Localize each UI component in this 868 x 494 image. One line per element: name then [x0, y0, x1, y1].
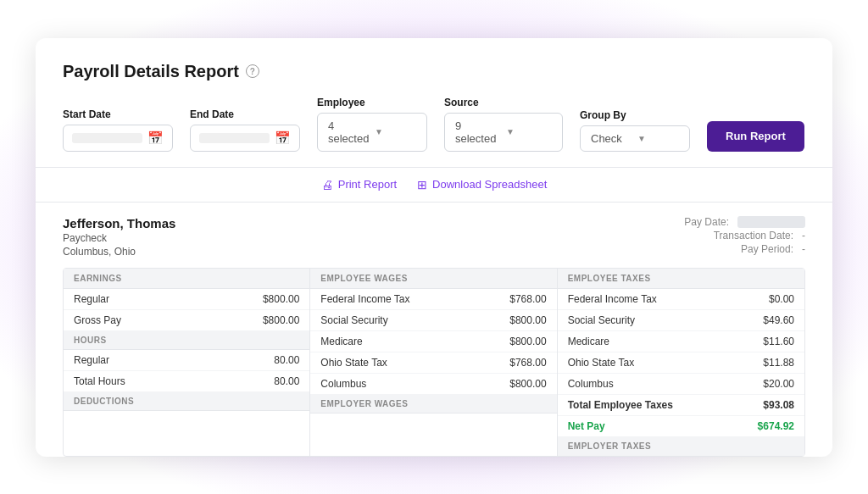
taxes-columbus-row: Columbus $20.00 [558, 374, 804, 395]
employee-header: Jefferson, Thomas Paycheck Columbus, Ohi… [63, 216, 805, 258]
group-by-group: Group By Check ▼ [580, 109, 690, 152]
employee-info: Jefferson, Thomas Paycheck Columbus, Ohi… [63, 216, 175, 258]
earnings-regular-row: Regular $800.00 [64, 289, 309, 310]
download-spreadsheet-button[interactable]: ⊞ Download Spreadsheet [417, 178, 547, 191]
main-card: Payroll Details Report ? Start Date 📅 En… [36, 38, 832, 457]
taxes-ohio-state-row: Ohio State Tax $11.88 [558, 352, 804, 374]
spreadsheet-icon: ⊞ [417, 178, 427, 191]
earnings-column: EARNINGS Regular $800.00 Gross Pay $800.… [64, 269, 310, 456]
earnings-gross-pay-label: Gross Pay [74, 314, 121, 326]
run-report-button[interactable]: Run Report [707, 121, 804, 152]
page-title-section: Payroll Details Report ? [63, 62, 805, 81]
employee-type: Paycheck [63, 232, 175, 244]
print-report-label: Print Report [338, 178, 397, 191]
pay-date-row: Pay Date: [684, 216, 805, 228]
taxes-medicare-row: Medicare $11.60 [558, 331, 804, 352]
wages-social-security-amount: $800.00 [509, 314, 546, 326]
employee-wages-header: EMPLOYEE WAGES [310, 269, 556, 289]
source-dropdown[interactable]: 9 selected ▼ [444, 113, 563, 152]
hours-total-row: Total Hours 80.00 [64, 371, 309, 392]
hours-regular-amount: 80.00 [274, 354, 299, 366]
employee-location: Columbus, Ohio [63, 246, 175, 258]
start-date-group: Start Date 📅 [63, 108, 173, 152]
total-employee-taxes-label: Total Employee Taxes [568, 399, 673, 411]
wages-ohio-state-label: Ohio State Tax [320, 357, 387, 369]
earnings-gross-pay-row: Gross Pay $800.00 [64, 310, 309, 331]
start-date-value [72, 133, 142, 143]
wages-federal-label: Federal Income Tax [320, 293, 409, 305]
total-employee-taxes-amount: $93.08 [763, 399, 794, 411]
wages-social-security-label: Social Security [320, 314, 387, 326]
hours-regular-row: Regular 80.00 [64, 350, 309, 371]
end-date-label: End Date [190, 108, 300, 120]
group-by-chevron-icon: ▼ [637, 134, 679, 143]
employee-chevron-icon: ▼ [375, 127, 416, 136]
group-by-dropdown[interactable]: Check ▼ [580, 125, 690, 152]
wages-columbus-row: Columbus $800.00 [310, 374, 556, 395]
earnings-header: EARNINGS [64, 269, 309, 289]
source-group: Source 9 selected ▼ [444, 97, 563, 152]
employee-selected-value: 4 selected [328, 119, 370, 145]
start-date-input[interactable]: 📅 [63, 125, 173, 152]
employee-dropdown[interactable]: 4 selected ▼ [317, 113, 427, 152]
taxes-medicare-amount: $11.60 [763, 336, 794, 347]
transaction-date-row: Transaction Date: - [684, 230, 805, 241]
pay-date-value [737, 216, 805, 228]
data-grid: EARNINGS Regular $800.00 Gross Pay $800.… [63, 268, 805, 457]
wages-medicare-row: Medicare $800.00 [310, 331, 556, 352]
employee-label: Employee [317, 97, 427, 108]
employee-taxes-header: EMPLOYEE TAXES [558, 269, 804, 289]
earnings-regular-label: Regular [74, 293, 109, 305]
earnings-gross-pay-amount: $800.00 [263, 314, 299, 326]
group-by-value: Check [591, 132, 632, 145]
taxes-social-security-label: Social Security [568, 314, 635, 326]
hours-header: HOURS [64, 331, 309, 350]
start-date-calendar-icon[interactable]: 📅 [147, 130, 164, 146]
end-date-input[interactable]: 📅 [190, 125, 300, 152]
end-date-calendar-icon[interactable]: 📅 [275, 130, 291, 146]
wages-ohio-state-row: Ohio State Tax $768.00 [310, 352, 556, 374]
taxes-federal-label: Federal Income Tax [568, 293, 657, 305]
earnings-regular-amount: $800.00 [263, 293, 299, 305]
source-selected-value: 9 selected [455, 119, 501, 145]
net-pay-label: Net Pay [568, 420, 605, 432]
wages-columbus-amount: $800.00 [509, 378, 546, 390]
page-title: Payroll Details Report [63, 62, 239, 81]
help-icon[interactable]: ? [246, 64, 259, 78]
taxes-medicare-label: Medicare [568, 336, 609, 347]
wages-medicare-label: Medicare [320, 336, 362, 347]
taxes-ohio-state-label: Ohio State Tax [568, 357, 635, 369]
pay-date-label: Pay Date: [684, 216, 729, 228]
pay-period-row: Pay Period: - [684, 243, 805, 255]
filters-row: Start Date 📅 End Date 📅 Employee 4 selec… [63, 97, 805, 152]
end-date-group: End Date 📅 [190, 108, 300, 152]
group-by-label: Group By [580, 109, 690, 121]
employer-taxes-header: EMPLOYER TAXES [558, 436, 804, 456]
wages-ohio-state-amount: $768.00 [509, 357, 546, 369]
taxes-social-security-row: Social Security $49.60 [558, 310, 804, 331]
hours-total-amount: 80.00 [274, 375, 299, 387]
net-pay-amount: $674.92 [758, 420, 794, 432]
taxes-ohio-state-amount: $11.88 [763, 357, 794, 369]
source-chevron-icon: ▼ [506, 127, 552, 136]
pay-period-value: - [802, 243, 805, 255]
taxes-columbus-label: Columbus [568, 378, 614, 390]
wages-federal-amount: $768.00 [509, 293, 546, 305]
print-report-button[interactable]: 🖨 Print Report [321, 178, 397, 191]
net-pay-row: Net Pay $674.92 [558, 416, 804, 436]
transaction-date-value: - [802, 230, 805, 241]
download-spreadsheet-label: Download Spreadsheet [432, 178, 547, 191]
source-label: Source [444, 97, 563, 108]
wages-column: EMPLOYEE WAGES Federal Income Tax $768.0… [310, 269, 557, 456]
wages-federal-row: Federal Income Tax $768.00 [310, 289, 556, 310]
hours-total-label: Total Hours [74, 375, 125, 387]
employee-name: Jefferson, Thomas [63, 216, 175, 230]
report-section: Jefferson, Thomas Paycheck Columbus, Ohi… [63, 203, 805, 457]
taxes-column: EMPLOYEE TAXES Federal Income Tax $0.00 … [558, 269, 804, 456]
wages-columbus-label: Columbus [320, 378, 366, 390]
taxes-columbus-amount: $20.00 [763, 378, 794, 390]
end-date-value [199, 133, 270, 143]
print-icon: 🖨 [321, 178, 333, 191]
toolbar: 🖨 Print Report ⊞ Download Spreadsheet [63, 168, 805, 202]
taxes-federal-amount: $0.00 [769, 293, 794, 305]
